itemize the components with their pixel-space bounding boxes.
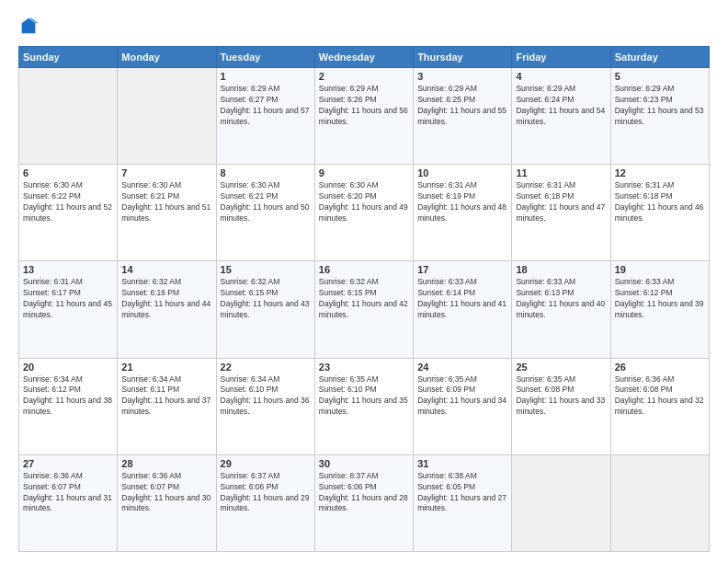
day-info: Sunrise: 6:32 AM Sunset: 6:15 PM Dayligh… (319, 277, 409, 321)
calendar-cell: 12Sunrise: 6:31 AM Sunset: 6:18 PM Dayli… (610, 165, 709, 261)
day-number: 10 (417, 167, 507, 178)
day-info: Sunrise: 6:37 AM Sunset: 6:06 PM Dayligh… (319, 471, 409, 515)
day-info: Sunrise: 6:37 AM Sunset: 6:06 PM Dayligh… (221, 471, 311, 515)
day-info: Sunrise: 6:31 AM Sunset: 6:17 PM Dayligh… (23, 277, 113, 321)
header (18, 17, 710, 37)
calendar-header-row: SundayMondayTuesdayWednesdayThursdayFrid… (19, 47, 710, 68)
calendar-cell: 13Sunrise: 6:31 AM Sunset: 6:17 PM Dayli… (19, 261, 118, 358)
day-number: 16 (319, 264, 409, 275)
calendar-header-friday: Friday (512, 47, 610, 68)
day-number: 29 (221, 458, 311, 469)
day-info: Sunrise: 6:33 AM Sunset: 6:13 PM Dayligh… (516, 277, 606, 321)
day-number: 17 (417, 264, 507, 275)
day-info: Sunrise: 6:29 AM Sunset: 6:26 PM Dayligh… (319, 84, 409, 128)
day-info: Sunrise: 6:31 AM Sunset: 6:19 PM Dayligh… (417, 180, 507, 224)
day-number: 25 (516, 362, 606, 373)
day-number: 8 (221, 167, 311, 178)
day-number: 12 (615, 167, 705, 178)
day-info: Sunrise: 6:33 AM Sunset: 6:14 PM Dayligh… (417, 277, 507, 321)
day-number: 3 (417, 71, 507, 82)
calendar-cell: 28Sunrise: 6:36 AM Sunset: 6:07 PM Dayli… (118, 454, 216, 551)
day-info: Sunrise: 6:31 AM Sunset: 6:18 PM Dayligh… (615, 180, 705, 224)
calendar-cell: 4Sunrise: 6:29 AM Sunset: 6:24 PM Daylig… (512, 68, 610, 165)
day-info: Sunrise: 6:36 AM Sunset: 6:08 PM Dayligh… (615, 374, 705, 419)
calendar-cell (19, 68, 118, 165)
day-number: 13 (23, 264, 113, 275)
calendar-header-wednesday: Wednesday (314, 47, 413, 68)
day-number: 24 (417, 362, 507, 373)
calendar-header-monday: Monday (118, 47, 216, 68)
calendar-cell: 10Sunrise: 6:31 AM Sunset: 6:19 PM Dayli… (414, 165, 512, 261)
calendar-cell: 18Sunrise: 6:33 AM Sunset: 6:13 PM Dayli… (512, 261, 610, 358)
calendar-cell: 5Sunrise: 6:29 AM Sunset: 6:23 PM Daylig… (610, 68, 709, 165)
day-number: 15 (221, 264, 311, 275)
day-number: 1 (221, 71, 311, 82)
calendar-cell: 9Sunrise: 6:30 AM Sunset: 6:20 PM Daylig… (314, 165, 413, 261)
page: SundayMondayTuesdayWednesdayThursdayFrid… (0, 0, 728, 563)
day-info: Sunrise: 6:30 AM Sunset: 6:20 PM Dayligh… (319, 180, 409, 224)
calendar-cell (610, 454, 709, 551)
calendar-cell: 20Sunrise: 6:34 AM Sunset: 6:12 PM Dayli… (19, 358, 118, 454)
day-info: Sunrise: 6:36 AM Sunset: 6:07 PM Dayligh… (23, 471, 113, 515)
day-info: Sunrise: 6:35 AM Sunset: 6:08 PM Dayligh… (516, 374, 606, 419)
calendar-week-row: 27Sunrise: 6:36 AM Sunset: 6:07 PM Dayli… (19, 454, 710, 551)
day-info: Sunrise: 6:30 AM Sunset: 6:21 PM Dayligh… (121, 180, 211, 224)
day-info: Sunrise: 6:33 AM Sunset: 6:12 PM Dayligh… (615, 277, 705, 321)
day-info: Sunrise: 6:38 AM Sunset: 6:05 PM Dayligh… (417, 471, 507, 515)
day-number: 2 (319, 71, 409, 82)
calendar-cell: 23Sunrise: 6:35 AM Sunset: 6:10 PM Dayli… (314, 358, 413, 454)
day-number: 5 (615, 71, 705, 82)
calendar-cell: 21Sunrise: 6:34 AM Sunset: 6:11 PM Dayli… (118, 358, 216, 454)
day-number: 14 (121, 264, 211, 275)
day-info: Sunrise: 6:29 AM Sunset: 6:27 PM Dayligh… (221, 84, 311, 128)
calendar-cell: 25Sunrise: 6:35 AM Sunset: 6:08 PM Dayli… (512, 358, 610, 454)
calendar-header-sunday: Sunday (19, 47, 118, 68)
logo (18, 17, 42, 37)
day-number: 28 (121, 458, 211, 469)
calendar-cell (118, 68, 216, 165)
calendar-cell: 27Sunrise: 6:36 AM Sunset: 6:07 PM Dayli… (19, 454, 118, 551)
calendar-cell: 17Sunrise: 6:33 AM Sunset: 6:14 PM Dayli… (414, 261, 512, 358)
day-number: 23 (319, 362, 409, 373)
day-number: 19 (615, 264, 705, 275)
calendar-cell: 3Sunrise: 6:29 AM Sunset: 6:25 PM Daylig… (414, 68, 512, 165)
calendar-cell: 22Sunrise: 6:34 AM Sunset: 6:10 PM Dayli… (216, 358, 314, 454)
day-info: Sunrise: 6:34 AM Sunset: 6:12 PM Dayligh… (23, 374, 113, 419)
day-info: Sunrise: 6:32 AM Sunset: 6:16 PM Dayligh… (121, 277, 211, 321)
calendar-header-tuesday: Tuesday (216, 47, 314, 68)
calendar-cell: 6Sunrise: 6:30 AM Sunset: 6:22 PM Daylig… (19, 165, 118, 261)
calendar-cell: 14Sunrise: 6:32 AM Sunset: 6:16 PM Dayli… (118, 261, 216, 358)
day-info: Sunrise: 6:36 AM Sunset: 6:07 PM Dayligh… (121, 471, 211, 515)
day-number: 7 (121, 167, 211, 178)
calendar-week-row: 6Sunrise: 6:30 AM Sunset: 6:22 PM Daylig… (19, 165, 710, 261)
calendar-cell: 15Sunrise: 6:32 AM Sunset: 6:15 PM Dayli… (216, 261, 314, 358)
day-number: 4 (516, 71, 606, 82)
day-number: 30 (319, 458, 409, 469)
calendar-cell: 7Sunrise: 6:30 AM Sunset: 6:21 PM Daylig… (118, 165, 216, 261)
day-info: Sunrise: 6:31 AM Sunset: 6:18 PM Dayligh… (516, 180, 606, 224)
day-number: 20 (23, 362, 113, 373)
day-info: Sunrise: 6:34 AM Sunset: 6:11 PM Dayligh… (121, 374, 211, 419)
calendar-cell: 24Sunrise: 6:35 AM Sunset: 6:09 PM Dayli… (414, 358, 512, 454)
day-info: Sunrise: 6:29 AM Sunset: 6:23 PM Dayligh… (615, 84, 705, 128)
calendar-cell: 29Sunrise: 6:37 AM Sunset: 6:06 PM Dayli… (216, 454, 314, 551)
calendar-cell: 30Sunrise: 6:37 AM Sunset: 6:06 PM Dayli… (314, 454, 413, 551)
calendar-table: SundayMondayTuesdayWednesdayThursdayFrid… (18, 46, 710, 552)
day-number: 27 (23, 458, 113, 469)
calendar-cell: 31Sunrise: 6:38 AM Sunset: 6:05 PM Dayli… (414, 454, 512, 551)
day-number: 18 (516, 264, 606, 275)
day-info: Sunrise: 6:35 AM Sunset: 6:09 PM Dayligh… (417, 374, 507, 419)
calendar-week-row: 20Sunrise: 6:34 AM Sunset: 6:12 PM Dayli… (19, 358, 710, 454)
calendar-cell: 11Sunrise: 6:31 AM Sunset: 6:18 PM Dayli… (512, 165, 610, 261)
day-number: 26 (615, 362, 705, 373)
calendar-cell: 26Sunrise: 6:36 AM Sunset: 6:08 PM Dayli… (610, 358, 709, 454)
day-number: 9 (319, 167, 409, 178)
day-number: 11 (516, 167, 606, 178)
calendar-cell: 1Sunrise: 6:29 AM Sunset: 6:27 PM Daylig… (216, 68, 314, 165)
day-info: Sunrise: 6:29 AM Sunset: 6:24 PM Dayligh… (516, 84, 606, 128)
calendar-cell: 2Sunrise: 6:29 AM Sunset: 6:26 PM Daylig… (314, 68, 413, 165)
day-number: 6 (23, 167, 113, 178)
calendar-header-thursday: Thursday (414, 47, 512, 68)
day-number: 31 (417, 458, 507, 469)
day-info: Sunrise: 6:30 AM Sunset: 6:21 PM Dayligh… (221, 180, 311, 224)
